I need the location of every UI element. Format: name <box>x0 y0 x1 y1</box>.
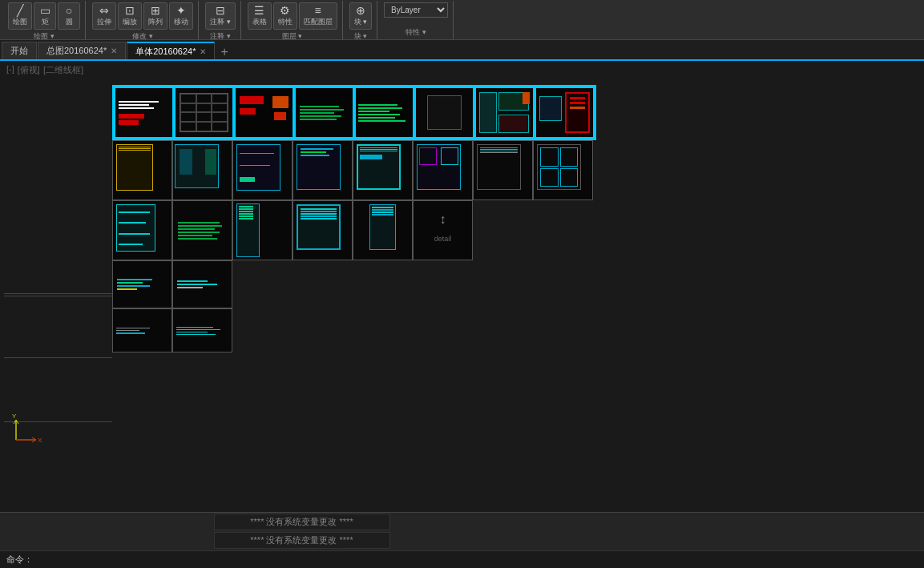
tab-total-label: 总图20160624* <box>46 45 107 57</box>
svg-text:X: X <box>38 437 42 444</box>
toolbar-match-btn[interactable]: ≡ 匹配图层 <box>299 2 337 30</box>
status-msg-2: **** 没有系统变量更改 **** <box>214 532 390 549</box>
drawing-thumb-7[interactable] <box>474 87 535 139</box>
drawing-row-1 <box>112 85 596 140</box>
drawing-thumb-11[interactable] <box>232 140 293 200</box>
toolbar-annotation-section: ⊟ 注释 ▾ 注释 ▾ <box>200 1 241 39</box>
command-line: 命令： <box>0 550 924 568</box>
drawing-thumb-3[interactable] <box>234 87 294 139</box>
view-mode: [二维线框] <box>43 64 83 76</box>
tab-unit[interactable]: 单体20160624* ✕ <box>127 42 215 59</box>
side-line-1 <box>4 296 112 296</box>
drawing-thumb-18[interactable] <box>172 200 232 260</box>
drawing-thumb-15[interactable] <box>473 140 533 200</box>
toolbar-block-section: ⊕ 块 ▾ 块 ▾ <box>345 1 378 39</box>
drawing-thumb-17[interactable] <box>112 200 172 260</box>
tab-start[interactable]: 开始 <box>2 42 37 59</box>
toolbar-scale-btn[interactable]: ⊡ 编放 <box>118 2 142 30</box>
tab-add-button[interactable]: + <box>216 45 232 59</box>
tab-unit-label: 单体20160624* <box>135 46 196 58</box>
drawing-thumb-23[interactable] <box>112 260 172 308</box>
command-input[interactable] <box>33 555 918 565</box>
toolbar-properties-label: 特性 ▾ <box>406 26 426 38</box>
drawing-thumb-21[interactable] <box>353 200 413 260</box>
toolbar-layer-section: ☰ 表格 ⚙ 特性 ≡ 匹配图层 图层 ▾ <box>243 1 343 39</box>
toolbar-layer-label: 图层 ▾ <box>282 30 303 41</box>
drawing-row-4 <box>112 260 596 308</box>
drawing-row-3: ↕ detail <box>112 200 596 260</box>
tab-total[interactable]: 总图20160624* ✕ <box>38 42 126 59</box>
drawing-thumb-22[interactable]: ↕ detail <box>413 200 473 260</box>
toolbar-table-btn[interactable]: ⊟ 注释 ▾ <box>205 2 236 30</box>
toolbar-modify-label: 修改 ▾ <box>132 30 153 41</box>
ucs-icon: Y X <box>12 412 44 444</box>
drawing-thumb-5[interactable] <box>354 87 414 139</box>
drawing-thumb-6[interactable] <box>414 87 474 139</box>
tab-unit-close[interactable]: ✕ <box>200 47 206 56</box>
drawing-thumb-1[interactable] <box>114 87 174 139</box>
toolbar-draw-line[interactable]: ╱ 绘图 <box>8 2 32 30</box>
toolbar-bylayer-section: ByLayer 特性 ▾ <box>379 1 454 39</box>
side-label-mid <box>4 357 112 358</box>
drawing-thumb-4[interactable] <box>294 87 354 139</box>
toolbar-properties-btn[interactable]: ⚙ 特性 <box>273 2 297 30</box>
svg-text:Y: Y <box>12 413 17 420</box>
toolbar-block-label: 块 ▾ <box>354 30 368 41</box>
toolbar-draw-rect[interactable]: ▭ 矩 <box>34 2 56 30</box>
toolbar-draw-circle[interactable]: ○ 圆 <box>58 2 80 30</box>
toolbar-move-btn[interactable]: ✦ 移动 <box>169 2 193 30</box>
view-bracket: [-] <box>6 64 14 76</box>
drawing-row-2 <box>112 140 596 200</box>
view-label: [-] [俯视] [二维线框] <box>0 61 924 79</box>
toolbar-annotation-label: 注释 ▾ <box>210 30 231 41</box>
drawing-thumb-8[interactable] <box>535 87 595 139</box>
tab-bar: 开始 总图20160624* ✕ 单体20160624* ✕ + <box>0 40 924 61</box>
status-messages: **** 没有系统变量更改 **** **** 没有系统变量更改 **** <box>0 512 924 550</box>
drawing-thumb-16[interactable] <box>533 140 593 200</box>
toolbar-modify-section: ⇔ 拉伸 ⊡ 编放 ⊞ 阵列 ✦ 移动 修改 ▾ <box>87 1 199 39</box>
drawing-thumb-12[interactable] <box>293 140 353 200</box>
drawing-container: ↕ detail <box>112 85 596 352</box>
drawing-thumb-9[interactable] <box>112 140 172 200</box>
drawing-thumb-20[interactable] <box>293 200 353 260</box>
toolbar-stretch-btn[interactable]: ⇔ 拉伸 <box>92 2 116 30</box>
drawing-thumb-19[interactable] <box>232 200 293 260</box>
canvas-area: [-] [俯视] [二维线框] <box>0 61 924 512</box>
command-label: 命令： <box>6 554 33 566</box>
drawing-thumb-25[interactable] <box>112 308 172 352</box>
status-bar: **** 没有系统变量更改 **** **** 没有系统变量更改 **** 命令… <box>0 512 924 568</box>
status-msg-1: **** 没有系统变量更改 **** <box>214 514 390 530</box>
toolbar-block-insert-btn[interactable]: ⊕ 块 ▾ <box>349 2 373 30</box>
tab-start-label: 开始 <box>10 45 28 57</box>
tab-total-close[interactable]: ✕ <box>111 46 117 55</box>
side-label-top <box>4 293 112 296</box>
drawing-thumb-10[interactable] <box>172 140 232 200</box>
drawing-thumb-14[interactable] <box>413 140 473 200</box>
drawing-row-5 <box>112 308 596 352</box>
view-viewport: [俯视] <box>18 64 40 76</box>
bylayer-select[interactable]: ByLayer <box>384 2 448 18</box>
drawing-thumb-24[interactable] <box>172 260 232 308</box>
toolbar-array-btn[interactable]: ⊞ 阵列 <box>143 2 167 30</box>
drawing-thumb-26[interactable] <box>172 308 232 352</box>
drawing-thumb-13[interactable] <box>353 140 413 200</box>
toolbar-draw-label: 绘图 ▾ <box>34 30 54 41</box>
toolbar-draw-section: ╱ 绘图 ▭ 矩 ○ 圆 绘图 ▾ <box>3 1 86 39</box>
toolbar-table2-btn[interactable]: ☰ 表格 <box>248 2 272 30</box>
drawing-thumb-2[interactable] <box>174 87 234 139</box>
main-toolbar: ╱ 绘图 ▭ 矩 ○ 圆 绘图 ▾ ⇔ 拉伸 ⊡ 编放 <box>0 0 924 40</box>
